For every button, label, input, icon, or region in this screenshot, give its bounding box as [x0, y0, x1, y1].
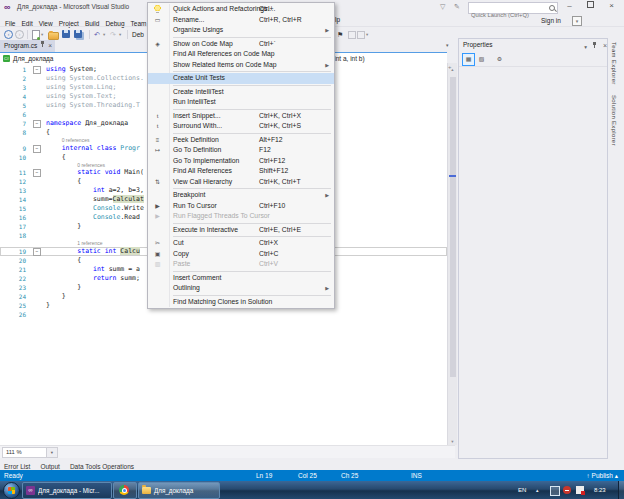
menu-item-insert-comment[interactable]: Insert Comment	[148, 273, 334, 284]
sign-in-link[interactable]: Sign in	[541, 17, 561, 24]
close-tab-icon[interactable]: ×	[48, 42, 52, 49]
property-pages-icon[interactable]: ⚙	[493, 53, 506, 66]
scroll-down-icon[interactable]: ▾	[448, 439, 457, 444]
categorized-icon[interactable]: ▦	[462, 53, 475, 66]
menu-item-execute-in-interactive[interactable]: Execute in InteractiveCtrl+E, Ctrl+E	[148, 225, 334, 236]
menu-item-create-unit-tests[interactable]: Create Unit Tests	[148, 73, 334, 84]
toolbar-overflow-icon[interactable]: ▾	[366, 30, 368, 39]
code-text[interactable]: }	[46, 222, 81, 231]
fold-collapse-icon[interactable]: −	[33, 145, 41, 153]
undo-dropdown-icon[interactable]: ▾	[103, 30, 105, 39]
redo-dropdown-icon[interactable]: ▾	[119, 30, 121, 39]
code-text[interactable]: {	[46, 256, 81, 265]
start-button[interactable]	[3, 482, 20, 499]
alphabetical-icon[interactable]: ▧	[475, 53, 488, 66]
bookmark-icon[interactable]: ⚑	[337, 30, 343, 39]
highlighted-symbol[interactable]: Calculat	[113, 195, 144, 203]
menu-item-find-all-references[interactable]: Find All ReferencesShift+F12	[148, 166, 334, 177]
menu-item-find-matching-clones-in-solution[interactable]: Find Matching Clones in Solution	[148, 297, 334, 308]
publish-button[interactable]: ↑ Publish ▴	[587, 470, 618, 481]
code-text[interactable]: {	[46, 177, 81, 186]
code-text[interactable]: using System.Text;	[46, 92, 116, 101]
code-text[interactable]: using System.Collections.	[46, 74, 144, 83]
tab-program-cs[interactable]: Program.cs×	[0, 40, 55, 52]
tray-icon-1[interactable]	[550, 486, 560, 496]
taskbar-item-visual-studio[interactable]: ∞ Для_доклада - Micr...	[22, 482, 112, 499]
close-button[interactable]: ×	[602, 0, 621, 13]
show-desktop-button[interactable]	[618, 481, 624, 499]
highlighted-symbol[interactable]: Calcu	[120, 247, 140, 255]
undo-icon[interactable]: ↶	[94, 30, 100, 39]
editor-vertical-scrollbar[interactable]: ▴ ▾	[447, 63, 457, 445]
menu-item-show-on-code-map[interactable]: ◈Show on Code MapCtrl+`	[148, 39, 334, 50]
fold-collapse-icon[interactable]: −	[33, 66, 41, 74]
code-text[interactable]: using System.Threading.T	[46, 101, 140, 110]
action-center-flag-icon[interactable]	[576, 486, 584, 494]
code-text[interactable]: summ=Calculat	[46, 195, 144, 204]
menu-item-insert-snippet[interactable]: tInsert Snippet...Ctrl+K, Ctrl+X	[148, 111, 334, 122]
code-text[interactable]: {	[46, 153, 66, 162]
code-text[interactable]: {	[46, 128, 50, 137]
restore-button[interactable]	[581, 0, 600, 13]
side-tab-team-explorer[interactable]: Team Explorer	[611, 42, 617, 85]
comment-icon[interactable]	[348, 31, 356, 39]
notifications-icon[interactable]: ▾	[572, 16, 582, 26]
taskbar-clock[interactable]: 8:23	[594, 481, 606, 499]
minimize-button[interactable]: –	[560, 0, 579, 13]
scrollbar-thumb[interactable]	[450, 77, 456, 377]
save-icon[interactable]	[62, 30, 70, 38]
taskbar-item-folder[interactable]: Для_доклада	[138, 482, 220, 499]
menu-help-fragment[interactable]: lp	[335, 16, 340, 23]
menu-item-find-all-references-on-code-map[interactable]: Find All References on Code Map	[148, 49, 334, 60]
menu-item-run-intellitest[interactable]: Run IntelliTest	[148, 97, 334, 108]
fold-collapse-icon[interactable]: −	[33, 169, 41, 177]
code-text[interactable]: using System;	[46, 65, 97, 74]
menu-item-go-to-implementation[interactable]: Go To ImplementationCtrl+F12	[148, 156, 334, 167]
menu-item-rename[interactable]: ▭Rename...Ctrl+R, Ctrl+R	[148, 15, 334, 26]
code-text[interactable]: int a=2, b=3,	[46, 186, 144, 195]
menu-item-show-related-items-on-code-map[interactable]: Show Related Items on Code Map▶	[148, 60, 334, 71]
code-text[interactable]: static int Calcu	[46, 247, 140, 256]
fold-collapse-icon[interactable]: −	[33, 120, 41, 128]
uncomment-icon[interactable]	[357, 31, 365, 39]
code-text[interactable]: }	[46, 292, 66, 301]
code-text[interactable]: return summ;	[46, 274, 140, 283]
save-all-icon[interactable]	[74, 30, 82, 38]
code-text[interactable]: }	[46, 301, 50, 310]
code-text[interactable]: int summ = a	[46, 265, 140, 274]
code-text[interactable]: }	[46, 283, 81, 292]
fold-collapse-icon[interactable]: −	[33, 248, 41, 256]
menu-item-quick-actions-and-refactorings[interactable]: Quick Actions and Refactorings...Ctrl+.	[148, 4, 334, 15]
new-item-dropdown-icon[interactable]: ▾	[41, 30, 43, 39]
tray-icon-2[interactable]	[563, 486, 571, 494]
language-indicator[interactable]: EN	[518, 481, 526, 499]
menu-item-surround-with[interactable]: tSurround With...Ctrl+K, Ctrl+S	[148, 121, 334, 132]
show-hidden-icons-icon[interactable]: ▴	[536, 481, 539, 499]
taskbar-item-chrome[interactable]	[113, 482, 137, 499]
code-text[interactable]: using System.Linq;	[46, 83, 116, 92]
new-item-icon[interactable]	[32, 30, 40, 40]
document-well-dropdown-icon[interactable]: ▾	[446, 42, 449, 48]
navigate-backward-icon[interactable]: ‹	[4, 30, 13, 39]
menu-item-create-intellitest[interactable]: Create IntelliTest	[148, 87, 334, 98]
code-text[interactable]: internal class Progr	[46, 144, 140, 153]
feedback-smiley-icon[interactable]: ▽	[440, 3, 445, 11]
menu-item-organize-usings[interactable]: Organize Usings▶	[148, 25, 334, 36]
project-dropdown[interactable]: Для_доклада	[13, 55, 53, 62]
code-text[interactable]: namespace Для_доклада	[46, 119, 128, 128]
debug-target-dropdown[interactable]: Deb	[132, 30, 144, 39]
menu-item-peek-definition[interactable]: ≡Peek DefinitionAlt+F12	[148, 135, 334, 146]
scrollbar-split-handle[interactable]: +	[448, 64, 452, 70]
menu-item-view-call-hierarchy[interactable]: ⇅View Call HierarchyCtrl+K, Ctrl+T	[148, 177, 334, 188]
code-line-26[interactable]: 26	[0, 310, 447, 319]
menu-item-go-to-definition[interactable]: ↦Go To DefinitionF12	[148, 145, 334, 156]
code-text[interactable]: Console.Read	[46, 213, 140, 222]
open-file-icon[interactable]	[48, 32, 59, 40]
menu-item-copy[interactable]: ▣CopyCtrl+C	[148, 249, 334, 260]
send-feedback-icon[interactable]: ✎	[454, 3, 460, 11]
side-tab-solution-explorer[interactable]: Solution Explorer	[611, 95, 617, 146]
menu-item-run-to-cursor[interactable]: ▶Run To CursorCtrl+F10	[148, 201, 334, 212]
quick-launch-box[interactable]	[468, 2, 558, 14]
menu-item-cut[interactable]: ✂CutCtrl+X	[148, 238, 334, 249]
code-text[interactable]: Console.Write	[46, 204, 144, 213]
